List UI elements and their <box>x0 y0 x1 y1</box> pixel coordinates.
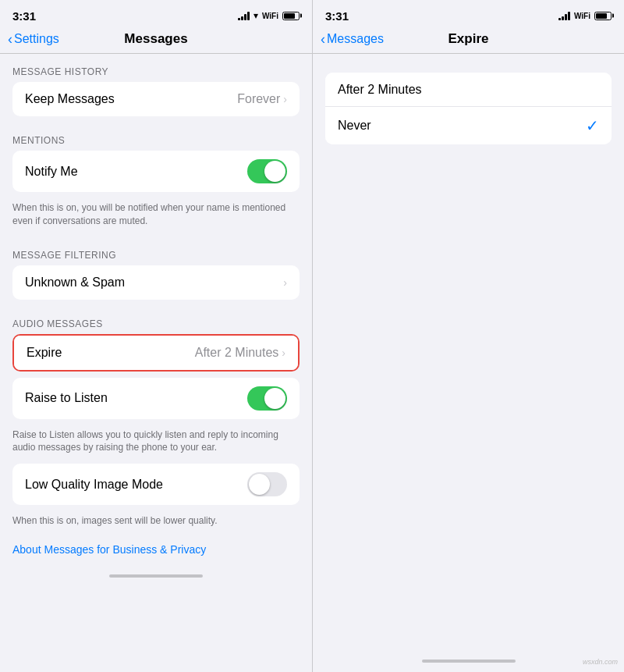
keep-messages-value: Forever <box>237 92 280 106</box>
expire-label: Expire <box>27 346 195 360</box>
list-item-unknown-spam[interactable]: Unknown & Spam › <box>12 265 300 300</box>
time-left: 3:31 <box>12 9 36 23</box>
business-privacy-link[interactable]: About Messages for Business & Privacy <box>0 537 312 568</box>
battery-icon-right <box>594 12 612 20</box>
status-bar-left: 3:31 ▾ WiFi <box>0 0 312 28</box>
expire-option-label-never: Never <box>338 119 586 133</box>
signal-icon-right <box>558 12 570 20</box>
list-item-low-quality: Low Quality Image Mode <box>12 464 300 505</box>
list-item-keep-messages[interactable]: Keep Messages Forever › <box>12 82 300 116</box>
wifi-icon-symbol: WiFi <box>262 12 278 20</box>
expire-options-list: After 2 Minutes Never ✓ <box>325 73 612 144</box>
signal-icon <box>238 12 250 20</box>
home-bar-right <box>422 660 516 663</box>
home-bar-left <box>109 574 203 578</box>
section-mentions: MENTIONS Notify Me When this is on, you … <box>0 123 312 237</box>
low-quality-label: Low Quality Image Mode <box>25 478 247 492</box>
status-bar-right: 3:31 WiFi <box>313 0 624 28</box>
unknown-spam-label: Unknown & Spam <box>25 276 283 290</box>
expire-options-container: After 2 Minutes Never ✓ <box>313 73 624 151</box>
list-item-raise-to-listen: Raise to Listen <box>12 378 300 419</box>
section-audio-messages: AUDIO MESSAGES Expire After 2 Minutes › … <box>0 306 312 464</box>
expire-option-never[interactable]: Never ✓ <box>325 107 612 144</box>
checkmark-icon: ✓ <box>586 116 599 135</box>
section-message-filtering: MESSAGE FILTERING Unknown & Spam › <box>0 237 312 300</box>
list-group-filtering: Unknown & Spam › <box>12 265 300 300</box>
time-right: 3:31 <box>325 9 349 23</box>
page-title-right: Expire <box>448 31 489 47</box>
notify-me-label: Notify Me <box>25 165 247 179</box>
left-screen: 3:31 ▾ WiFi ‹ Settings Messages MESSAGE … <box>0 0 312 672</box>
toggle-thumb-low-quality <box>249 474 270 495</box>
list-group-audio-rest: Raise to Listen <box>12 378 300 419</box>
keep-messages-label: Keep Messages <box>25 92 237 106</box>
raise-to-listen-toggle[interactable] <box>247 386 287 411</box>
section-message-history: MESSAGE HISTORY Keep Messages Forever › <box>0 54 312 116</box>
nav-bar-left: ‹ Settings Messages <box>0 28 312 54</box>
wifi-icon: ▾ <box>254 10 258 21</box>
list-item-notify-me: Notify Me <box>12 151 300 192</box>
section-low-quality: Low Quality Image Mode When this is on, … <box>0 464 312 537</box>
page-title-left: Messages <box>124 31 187 47</box>
list-group-low-quality: Low Quality Image Mode <box>12 464 300 505</box>
back-label-left: Settings <box>14 32 59 46</box>
back-button-right[interactable]: ‹ Messages <box>321 32 384 46</box>
chevron-icon-expire: › <box>282 347 285 359</box>
chevron-icon: › <box>283 93 287 105</box>
section-header-mentions: MENTIONS <box>0 123 312 151</box>
list-group-message-history: Keep Messages Forever › <box>12 82 300 116</box>
expire-option-label-2min: After 2 Minutes <box>338 83 599 97</box>
wifi-icon-right: WiFi <box>574 12 590 20</box>
scroll-content-left: MESSAGE HISTORY Keep Messages Forever › … <box>0 54 312 672</box>
expire-highlight-box: Expire After 2 Minutes › <box>12 334 300 372</box>
expire-option-after-2-minutes[interactable]: After 2 Minutes <box>325 73 612 107</box>
watermark: wsxdn.com <box>583 658 618 666</box>
back-chevron-right: ‹ <box>321 32 325 46</box>
expire-value: After 2 Minutes <box>195 346 279 360</box>
status-icons-right: WiFi <box>558 12 612 20</box>
toggle-thumb <box>264 161 285 182</box>
home-indicator-right <box>313 653 624 666</box>
section-header-audio: AUDIO MESSAGES <box>0 306 312 334</box>
list-item-expire[interactable]: Expire After 2 Minutes › <box>14 336 298 370</box>
chevron-icon-filtering: › <box>283 276 287 289</box>
mentions-helper-text: When this is on, you will be notified wh… <box>0 198 312 237</box>
right-screen: 3:31 WiFi ‹ Messages Expire <box>312 0 624 672</box>
nav-bar-right: ‹ Messages Expire <box>313 28 624 54</box>
raise-to-listen-helper: Raise to Listen allows you to quickly li… <box>0 425 312 464</box>
back-chevron-left: ‹ <box>8 32 12 46</box>
status-icons-left: ▾ WiFi <box>238 10 300 21</box>
section-header-message-history: MESSAGE HISTORY <box>0 54 312 82</box>
raise-to-listen-label: Raise to Listen <box>25 391 247 405</box>
back-button-left[interactable]: ‹ Settings <box>8 32 59 46</box>
home-indicator-left <box>0 568 312 581</box>
list-group-mentions: Notify Me <box>12 151 300 192</box>
notify-me-toggle[interactable] <box>247 159 287 183</box>
low-quality-toggle[interactable] <box>247 472 287 496</box>
low-quality-helper: When this is on, images sent will be low… <box>0 511 312 537</box>
battery-icon <box>282 12 300 20</box>
section-header-filtering: MESSAGE FILTERING <box>0 237 312 265</box>
right-screen-wrapper: 3:31 WiFi ‹ Messages Expire <box>312 0 624 672</box>
back-label-right: Messages <box>327 32 384 46</box>
toggle-thumb-raise <box>264 388 285 409</box>
